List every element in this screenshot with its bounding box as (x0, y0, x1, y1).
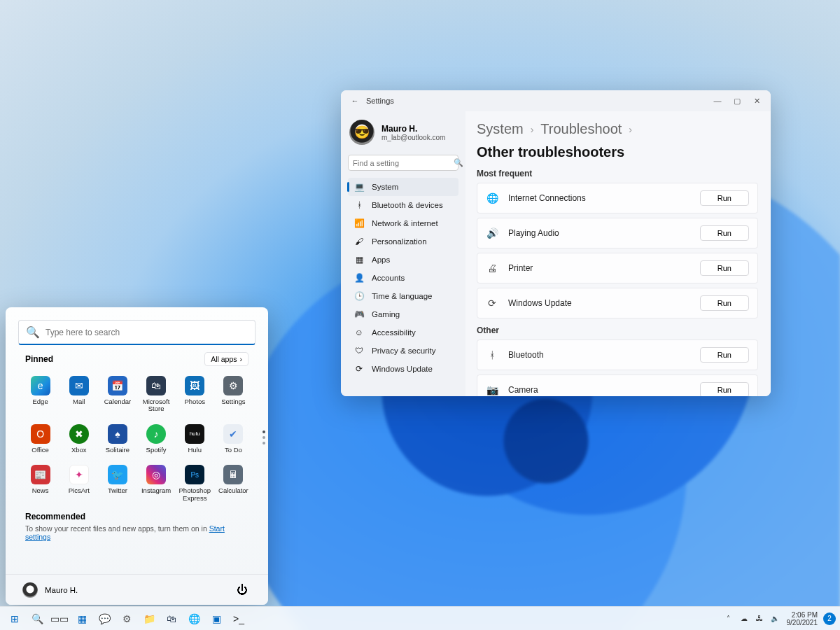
sidebar-item-label: Personalization (372, 237, 427, 246)
app-hulu[interactable]: hulu Hulu (176, 420, 214, 458)
tray-volume-icon[interactable]: 🔈 (767, 608, 783, 629)
troubleshooter-title: Printer (508, 263, 690, 273)
app-settings[interactable]: ⚙ Settings (214, 372, 253, 417)
app-calendar[interactable]: 📅 Calendar (98, 372, 136, 417)
app-icon: 🖼 (185, 376, 204, 396)
start-search-input[interactable] (46, 328, 248, 337)
app-instagram[interactable]: ◎ Instagram (137, 461, 176, 506)
app-icon: ⚙ (223, 376, 243, 396)
app-calculator[interactable]: 🖩 Calculator (214, 461, 253, 506)
run-button[interactable]: Run (700, 347, 749, 363)
app-label: Microsoft Store (137, 398, 176, 413)
app-xbox[interactable]: ✖ Xbox (59, 420, 98, 458)
sidebar-item-label: Bluetooth & devices (372, 201, 443, 209)
start-search[interactable]: 🔍 (18, 320, 255, 345)
sidebar-item-accounts[interactable]: 👤 Accounts (348, 269, 458, 287)
taskbar-explorer-button[interactable]: 📁 (139, 608, 160, 629)
avatar: 😎 (349, 120, 374, 145)
crumb-current: Other troubleshooters (477, 144, 624, 160)
sidebar-item-gaming[interactable]: 🎮 Gaming (348, 305, 458, 323)
crumb-troubleshoot[interactable]: Troubleshoot (540, 121, 622, 137)
troubleshooter-icon: 🔊 (486, 227, 498, 239)
app-icon: ✔ (223, 424, 243, 444)
app-label: Office (31, 447, 49, 454)
troubleshooter-row: 🔊 Playing Audio Run (477, 218, 758, 248)
tray-network-icon[interactable]: 🖧 (752, 608, 767, 629)
system-icon: 💻 (354, 182, 365, 192)
app-spotify[interactable]: ♪ Spotify (137, 420, 176, 458)
run-button[interactable]: Run (700, 295, 749, 311)
sidebar-item-label: Network & internet (372, 219, 438, 227)
tray-overflow-icon[interactable]: ˄ (721, 608, 736, 629)
sidebar-item-label: Gaming (372, 310, 400, 318)
breadcrumb: System › Troubleshoot › Other troublesho… (477, 121, 758, 160)
sidebar-item-personalization[interactable]: 🖌 Personalization (348, 232, 458, 251)
app-to-do[interactable]: ✔ To Do (214, 420, 253, 458)
sidebar-item-system[interactable]: 💻 System (348, 178, 458, 196)
all-apps-button[interactable]: All apps › (204, 352, 248, 366)
current-user-button[interactable]: Mauro H. (22, 582, 78, 598)
taskbar-search-button[interactable]: 🔍 (27, 608, 48, 629)
app-icon: 🛍 (146, 376, 166, 396)
app-mail[interactable]: ✉ Mail (59, 372, 98, 417)
sidebar-item-apps[interactable]: ▦ Apps (348, 251, 458, 269)
sidebar-item-label: Apps (372, 255, 390, 264)
app-office[interactable]: O Office (21, 420, 59, 458)
app-icon: 📅 (108, 376, 127, 396)
app-label: News (32, 487, 49, 494)
taskbar-settings-button[interactable]: ⚙ (116, 608, 137, 629)
taskbar-taskview-button[interactable]: ▭▭ (49, 608, 70, 629)
taskbar-terminal2-button[interactable]: >_ (228, 608, 249, 629)
app-twitter[interactable]: 🐦 Twitter (98, 461, 136, 506)
maximize-button[interactable]: ▢ (727, 92, 747, 109)
app-microsoft-store[interactable]: 🛍 Microsoft Store (137, 372, 176, 417)
run-button[interactable]: Run (700, 190, 749, 206)
sidebar-item-privacy[interactable]: 🛡 Privacy & security (348, 342, 458, 360)
app-icon: 🖩 (223, 465, 243, 484)
app-label: Mail (73, 398, 85, 405)
clock-time: 2:06 PM (792, 611, 818, 619)
sidebar-item-label: Accessibility (372, 328, 416, 337)
troubleshooter-icon: ⟳ (486, 298, 498, 309)
close-button[interactable]: ✕ (747, 92, 766, 109)
app-edge[interactable]: e Edge (21, 372, 59, 417)
taskbar-widgets-button[interactable]: ▦ (71, 608, 92, 629)
search-icon: 🔍 (26, 326, 40, 339)
back-button[interactable]: ← (348, 94, 362, 108)
app-news[interactable]: 📰 News (21, 461, 59, 506)
settings-search-input[interactable] (353, 159, 449, 167)
profile-block[interactable]: 😎 Mauro H. m_lab@outlook.com (348, 115, 458, 153)
taskbar-store-button[interactable]: 🛍 (161, 608, 182, 629)
sidebar-item-update[interactable]: ⟳ Windows Update (348, 360, 458, 378)
titlebar: ← Settings — ▢ ✕ (341, 90, 771, 111)
app-label: Xbox (71, 447, 87, 454)
app-picsart[interactable]: ✦ PicsArt (59, 461, 98, 506)
taskbar-edge-button[interactable]: 🌐 (183, 608, 204, 629)
app-solitaire[interactable]: ♠ Solitaire (98, 420, 136, 458)
settings-search[interactable]: 🔍 (348, 155, 458, 171)
profile-name: Mauro H. (382, 124, 445, 134)
minimize-button[interactable]: — (708, 92, 727, 109)
run-button[interactable]: Run (700, 382, 749, 396)
settings-window: ← Settings — ▢ ✕ 😎 Mauro H. m_lab@outloo… (341, 90, 771, 396)
taskbar-start-button[interactable]: ⊞ (4, 608, 25, 629)
sidebar-item-time[interactable]: 🕒 Time & language (348, 287, 458, 305)
taskbar-clock[interactable]: 2:06 PM 9/20/2021 (784, 611, 821, 626)
sidebar-item-bluetooth[interactable]: ᚼ Bluetooth & devices (348, 196, 458, 214)
crumb-system[interactable]: System (477, 121, 524, 137)
app-label: Photoshop Express (176, 487, 214, 502)
run-button[interactable]: Run (700, 225, 749, 241)
app-photoshop-express[interactable]: Ps Photoshop Express (176, 461, 214, 506)
taskbar-chat-button[interactable]: 💬 (94, 608, 115, 629)
tray-onedrive-icon[interactable]: ☁ (736, 608, 752, 629)
sidebar-item-network[interactable]: 📶 Network & internet (348, 214, 458, 232)
app-photos[interactable]: 🖼 Photos (176, 372, 214, 417)
app-icon: hulu (185, 424, 204, 444)
profile-email: m_lab@outlook.com (382, 134, 445, 141)
troubleshooter-title: Playing Audio (508, 228, 690, 238)
power-button[interactable]: ⏻ (233, 581, 251, 599)
taskbar-terminal1-button[interactable]: ▣ (206, 608, 227, 629)
notifications-badge[interactable]: 2 (823, 612, 836, 625)
run-button[interactable]: Run (700, 260, 749, 276)
sidebar-item-accessibility[interactable]: ☺ Accessibility (348, 323, 458, 342)
